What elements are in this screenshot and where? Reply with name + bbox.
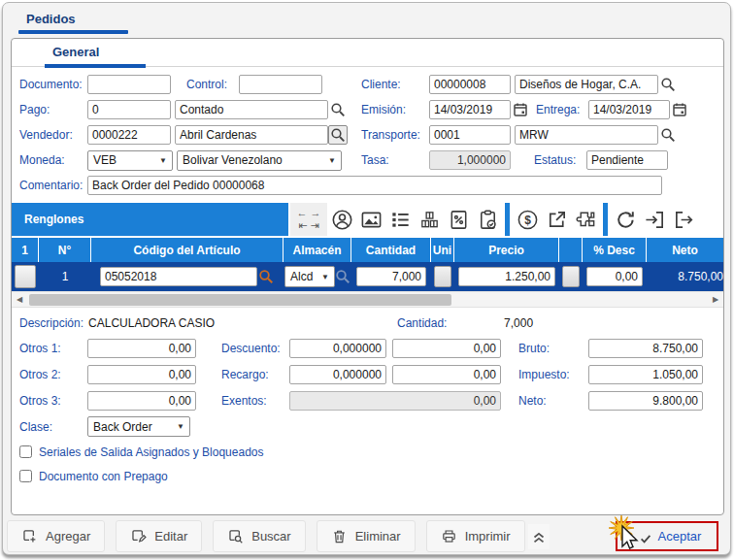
col-header-neto[interactable]: Neto (647, 238, 723, 262)
pago-search-icon[interactable] (328, 100, 348, 119)
edit-icon (130, 528, 147, 544)
action-bar: Agregar Editar Buscar Eliminar Imprimir … (7, 520, 728, 552)
grid-horizontal-scrollbar[interactable]: ◀ ▶ (12, 291, 723, 308)
add-icon (21, 528, 38, 544)
prepago-checkbox-label: Documento con Prepago (39, 470, 168, 483)
descuento-pct-field[interactable] (289, 339, 386, 358)
refresh-icon[interactable] (611, 205, 640, 234)
row-navigation-arrows-icon[interactable]: ← →⇤ ⇥ (290, 203, 327, 236)
vendedor-code-field[interactable] (87, 125, 171, 145)
transporte-name-field[interactable] (515, 125, 658, 145)
documento-field[interactable] (87, 75, 171, 94)
cliente-search-icon[interactable] (658, 75, 678, 94)
table-row[interactable]: 1 Alcd ▼ 8.750,00 (12, 262, 723, 291)
window-title: Pedidos (3, 3, 730, 26)
scrollbar-thumb[interactable] (29, 294, 451, 306)
row-extra-button[interactable] (562, 266, 580, 287)
bruto-field[interactable] (588, 339, 703, 358)
image-icon[interactable] (356, 205, 385, 234)
otros3-field[interactable] (87, 391, 196, 411)
vendedor-name-field[interactable] (175, 125, 328, 145)
editar-button[interactable]: Editar (116, 520, 202, 552)
printer-icon (441, 528, 457, 544)
row-almacen-select[interactable]: Alcd ▼ (284, 266, 335, 287)
emision-field[interactable] (429, 100, 511, 119)
clase-select[interactable]: Back Order ▼ (87, 416, 190, 437)
recargo-pct-field[interactable] (289, 365, 386, 384)
export-icon[interactable] (669, 205, 698, 234)
transporte-code-field[interactable] (429, 125, 511, 145)
col-header-uni[interactable]: Uni (431, 238, 454, 262)
window-title-underline (18, 30, 128, 34)
list-icon[interactable] (385, 205, 415, 234)
row-uni-button[interactable] (434, 266, 451, 287)
entrega-calendar-icon[interactable] (670, 100, 689, 119)
moneda-code-select[interactable]: VEB ▼ (87, 150, 173, 171)
prepago-checkbox-row: Documento con Prepago (12, 464, 723, 488)
imprimir-button[interactable]: Imprimir (426, 520, 525, 552)
collapse-button[interactable] (528, 524, 550, 549)
vendedor-label: Vendedor: (19, 128, 87, 142)
seriales-checkbox[interactable] (19, 445, 32, 458)
col-header-num[interactable]: N° (39, 238, 91, 262)
row-selector-button[interactable] (15, 265, 36, 288)
prepago-checkbox[interactable] (19, 470, 32, 482)
user-icon[interactable] (327, 205, 356, 234)
dropdown-arrow-icon: ▼ (328, 156, 336, 165)
external-link-icon[interactable] (542, 205, 571, 234)
form-row-moneda: Moneda: VEB ▼ Bolivar Venezolano ▼ Tasa:… (12, 148, 723, 173)
eliminar-button[interactable]: Eliminar (317, 520, 416, 552)
agregar-button[interactable]: Agregar (7, 520, 105, 552)
impuesto-field[interactable] (588, 365, 703, 384)
scroll-right-icon[interactable]: ▶ (708, 292, 723, 307)
row-codigo-search-icon[interactable] (257, 267, 275, 286)
col-header-almacen[interactable]: Almacén (284, 238, 351, 262)
col-header-cantidad[interactable]: Cantidad (351, 238, 431, 262)
descripcion-label: Descripción: (19, 316, 83, 330)
neto-field[interactable] (588, 391, 703, 411)
vendedor-search-icon[interactable] (328, 125, 348, 145)
scroll-left-icon[interactable]: ◀ (12, 292, 27, 307)
estatus-field[interactable] (586, 150, 668, 170)
otros2-field[interactable] (87, 365, 196, 384)
cliente-name-field[interactable] (515, 75, 658, 94)
row-precio-field[interactable] (458, 267, 555, 286)
transporte-search-icon[interactable] (658, 125, 678, 145)
control-field[interactable] (239, 75, 322, 94)
row-cantidad-field[interactable] (356, 267, 426, 286)
col-header-precio[interactable]: Precio (454, 238, 559, 262)
cantidad-value: 7,000 (504, 316, 533, 330)
pago-name-field[interactable] (175, 100, 328, 119)
aceptar-button[interactable]: Aceptar (616, 521, 719, 551)
discount-icon[interactable] (444, 205, 473, 234)
entrega-field[interactable] (588, 100, 670, 119)
detail-section: Descripción: CALCULADORA CASIO Cantidad:… (12, 308, 723, 488)
packages-icon[interactable] (415, 205, 444, 234)
comentario-field[interactable] (87, 176, 662, 195)
currency-icon[interactable]: $ (513, 205, 542, 234)
buscar-button[interactable]: Buscar (213, 520, 305, 552)
puzzle-icon[interactable] (571, 205, 600, 234)
pago-code-field[interactable] (87, 100, 171, 119)
descuento-monto-field[interactable] (392, 339, 501, 358)
cliente-code-field[interactable] (429, 75, 511, 94)
col-header-extra[interactable] (559, 238, 583, 262)
row-almacen-search-icon[interactable] (335, 267, 350, 286)
renglones-toolbar: Renglones ← →⇤ ⇥ $ (12, 201, 723, 238)
tab-general[interactable]: General (52, 45, 99, 59)
row-codigo-field[interactable] (100, 267, 257, 286)
dropdown-arrow-icon: ▼ (159, 156, 167, 165)
row-desc-field[interactable] (586, 267, 643, 286)
col-header-desc[interactable]: % Desc (583, 238, 647, 262)
col-header-codigo[interactable]: Código del Artículo (91, 238, 284, 262)
recargo-monto-field[interactable] (392, 365, 501, 384)
header-form: Documento: Control: Cliente: Pago (12, 67, 723, 198)
moneda-name-select[interactable]: Bolivar Venezolano ▼ (177, 150, 342, 171)
clipboard-check-icon[interactable] (473, 205, 502, 234)
tasa-field (429, 150, 511, 170)
col-header-selector[interactable]: 1 (12, 238, 39, 262)
import-icon[interactable] (640, 205, 669, 234)
descuento-label: Descuento: (221, 342, 289, 355)
emision-calendar-icon[interactable] (511, 100, 530, 119)
otros1-field[interactable] (87, 339, 196, 358)
